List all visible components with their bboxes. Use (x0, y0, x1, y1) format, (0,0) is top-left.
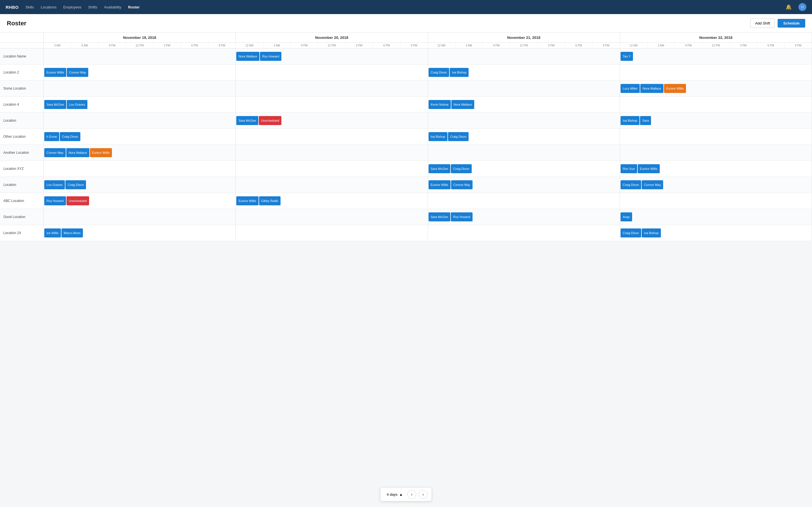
day-section-2-1 (236, 80, 428, 96)
nav-roster[interactable]: Roster (128, 5, 140, 9)
shift-block[interactable]: Iva Bishop (620, 116, 640, 125)
shift-block[interactable]: Roy Howard (260, 52, 282, 61)
shift-block[interactable]: Gibby Radki (259, 196, 281, 205)
shift-block[interactable]: Nora Wallace (66, 148, 89, 157)
nav-locations[interactable]: Locations (41, 5, 57, 9)
bell-icon[interactable]: 🔔 (785, 4, 792, 10)
location-label: Location XYZ (0, 161, 44, 177)
shift-block[interactable]: Roy Howard (44, 196, 66, 205)
tick: 6 PM (757, 43, 784, 48)
tick: 3 PM (730, 43, 757, 48)
shift-block[interactable]: Iva Bishop (450, 68, 469, 77)
time-col-1: 12 AM 3 AM 9 PM 12 PM 3 PM 6 PM 9 PM (236, 43, 428, 48)
day-section-8-1 (236, 177, 428, 193)
shift-block[interactable]: Lou Graves (67, 100, 87, 109)
day-section-6-0: Connor MayNora WallaceEunice Willis (44, 145, 236, 161)
tick: 6 PM (181, 43, 208, 48)
shift-block[interactable]: Eunice Willis (664, 84, 686, 93)
location-row: Location NameNora WallaceRoy HowardTao Y (0, 48, 812, 64)
day-section-7-1 (236, 161, 428, 177)
shift-block[interactable]: Craig Dixon (60, 132, 80, 141)
page-title: Roster (7, 20, 750, 27)
shift-block[interactable]: Sara McGee (236, 116, 258, 125)
add-shift-button[interactable]: Add Shift (750, 18, 775, 28)
nav-employees[interactable]: Employees (63, 5, 81, 9)
day-section-6-1 (236, 145, 428, 161)
day-section-2-0 (44, 80, 236, 96)
shift-block[interactable]: Eunice Willis (44, 68, 66, 77)
day-section-11-0: ice WillisMarco Alves (44, 225, 236, 241)
tick: 6 AM (71, 43, 98, 48)
shift-block[interactable]: Nora Wallace (451, 100, 474, 109)
shift-block[interactable]: Connor May (67, 68, 88, 77)
day-section-0-3: Tao Y (620, 48, 812, 64)
shift-block[interactable]: Eunice Willis (236, 196, 258, 205)
tick: 3 PM (153, 43, 181, 48)
day-section-1-2: Craig DixonIva Bishop (428, 64, 620, 80)
day-section-5-0: h EnowCraig Dixon (44, 129, 236, 145)
shift-block[interactable]: Sara (640, 116, 651, 125)
tick: 9 PM (400, 43, 428, 48)
shift-block[interactable]: Nora Wallace (236, 52, 259, 61)
day-section-10-2: Sara McGeeRoy Howard (428, 209, 620, 225)
day-section-5-3 (620, 129, 812, 145)
brand-logo[interactable]: RHBO (6, 5, 18, 10)
shift-block[interactable]: Iva Bishop (642, 228, 661, 237)
day-section-0-1: Nora WallaceRoy Howard (236, 48, 428, 64)
shift-block[interactable]: Connor May (642, 180, 663, 189)
schedule-button[interactable]: Schedule (777, 19, 805, 27)
shift-block[interactable]: Lucy Miller (620, 84, 640, 93)
shift-block[interactable]: Sara McGee (44, 100, 66, 109)
tick: 3 PM (538, 43, 565, 48)
shift-block[interactable]: Lou Graves (44, 180, 65, 189)
location-label: ABC Location (0, 193, 44, 209)
tick: 9 PM (99, 43, 126, 48)
shift-block[interactable]: Iva Bishop (428, 132, 448, 141)
shift-block[interactable]: Ren Xue (620, 164, 637, 173)
shift-block[interactable]: Unscheduled (259, 116, 282, 125)
shift-block[interactable]: Nora Wallace (640, 84, 663, 93)
day-section-4-3: Iva BishopSara (620, 113, 812, 128)
location-row: Some LocationLucy MillerNora WallaceEuni… (0, 80, 812, 97)
shift-block[interactable]: Craig Dixon (620, 180, 641, 189)
shift-block[interactable]: Craig Dixon (428, 68, 449, 77)
shift-block[interactable]: Sara McGee (428, 212, 451, 221)
user-avatar[interactable]: U (799, 3, 806, 11)
shift-block[interactable]: Craig Dixon (451, 164, 471, 173)
location-label: Location 24 (0, 225, 44, 241)
date-header-row: November 19, 2018 November 20, 2018 Nove… (0, 33, 812, 43)
location-label: Location Name (0, 48, 44, 64)
tick: 9 PM (592, 43, 620, 48)
shift-block[interactable]: Craig Dixon (65, 180, 86, 189)
location-row: Good LocationSara McGeeRoy HowardAngu (0, 209, 812, 225)
day-section-1-3 (620, 64, 812, 80)
shift-block[interactable]: ice Willis (44, 228, 61, 237)
navbar: RHBO Skills Locations Employees Shifts A… (0, 0, 812, 14)
day-section-6-2 (428, 145, 620, 161)
tick: 3 AM (647, 43, 675, 48)
tick: 12 AM (620, 43, 647, 48)
shift-block[interactable]: Roy Howard (451, 212, 472, 221)
nav-availability[interactable]: Availability (104, 5, 121, 9)
day-section-1-0: Eunice WillisConnor May (44, 64, 236, 80)
time-label-spacer (0, 43, 44, 48)
shift-block[interactable]: Tao Y (620, 52, 633, 61)
shift-block[interactable]: h Enow (44, 132, 59, 141)
shift-block[interactable]: Angu (620, 212, 632, 221)
shift-block[interactable]: Marco Alves (61, 228, 83, 237)
shift-block[interactable]: Craig Dixon (620, 228, 641, 237)
nav-skills[interactable]: Skills (26, 5, 34, 9)
day-section-6-3 (620, 145, 812, 161)
shift-block[interactable]: Eunice Willis (638, 164, 660, 173)
shift-block[interactable]: Connor May (44, 148, 66, 157)
shift-block[interactable]: Kevin Noboa (428, 100, 451, 109)
roster-wrapper: November 19, 2018 November 20, 2018 Nove… (0, 33, 812, 241)
day-section-2-3: Lucy MillerNora WallaceEunice Willis (620, 80, 812, 96)
shift-block[interactable]: Connor May (451, 180, 472, 189)
shift-block[interactable]: Unscheduled (66, 196, 89, 205)
nav-shifts[interactable]: Shifts (88, 5, 97, 9)
shift-block[interactable]: Craig Dixon (448, 132, 469, 141)
shift-block[interactable]: Eunice Willis (428, 180, 451, 189)
shift-block[interactable]: Eunice Willis (90, 148, 112, 157)
shift-block[interactable]: Sara McGee (428, 164, 451, 173)
